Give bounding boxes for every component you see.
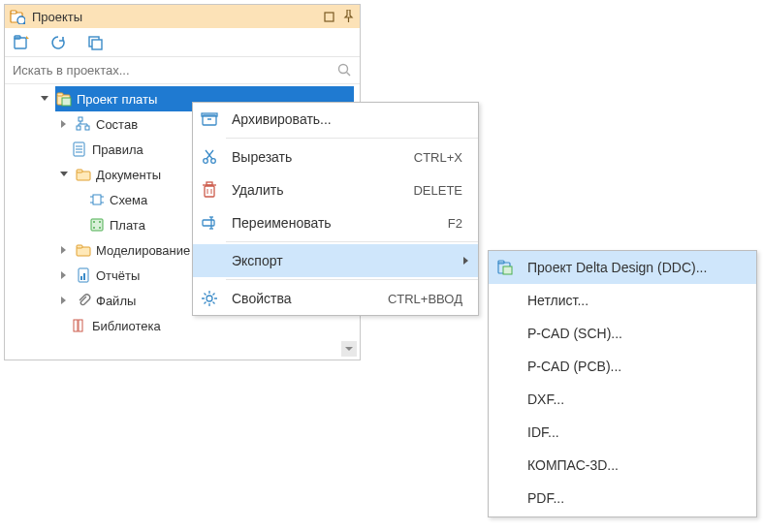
menu-item-properties[interactable]: Свойства CTRL+ВВОД: [193, 282, 478, 315]
refresh-button[interactable]: [49, 34, 67, 51]
menu-label: КОМПАС-3D...: [522, 457, 756, 473]
search-icon[interactable]: [337, 63, 352, 78]
caret-right-icon[interactable]: [57, 268, 71, 282]
context-menu: Архивировать... Вырезать CTRL+X Удалить …: [192, 102, 479, 316]
scroll-down-button[interactable]: [341, 341, 357, 357]
export-item-pdf[interactable]: PDF...: [489, 482, 756, 515]
svg-rect-49: [207, 182, 212, 185]
caret-right-icon[interactable]: [57, 117, 71, 131]
export-item-pcad-pcb[interactable]: P-CAD (PCB)...: [489, 350, 756, 383]
folder-icon: [75, 241, 92, 259]
menu-label: Нетлист...: [522, 293, 756, 308]
menu-label: PDF...: [522, 490, 756, 506]
menu-item-delete[interactable]: Удалить DELETE: [193, 173, 478, 206]
tree-item-library[interactable]: Библиотека: [5, 313, 360, 338]
caret-down-icon[interactable]: [38, 92, 51, 106]
export-item-ddc[interactable]: Проект Delta Design (DDC)...: [489, 251, 756, 284]
menu-item-rename[interactable]: Переименовать F2: [193, 206, 478, 239]
maximize-button[interactable]: [321, 9, 336, 24]
svg-rect-1: [11, 11, 16, 14]
board-icon: [88, 216, 106, 234]
export-item-idf[interactable]: IDF...: [489, 416, 756, 449]
panel-icon: [9, 8, 26, 25]
menu-label: DXF...: [522, 391, 756, 407]
gear-icon: [201, 290, 218, 307]
svg-rect-16: [85, 126, 89, 130]
composition-icon: [75, 115, 92, 133]
svg-rect-15: [77, 126, 80, 130]
pin-button[interactable]: [340, 9, 356, 24]
menu-label: Экспорт: [226, 253, 478, 268]
menu-item-export[interactable]: Экспорт: [193, 244, 478, 277]
caret-right-icon[interactable]: [57, 243, 71, 257]
svg-rect-38: [74, 320, 78, 331]
menu-label: Архивировать...: [226, 111, 478, 127]
menu-separator: [226, 279, 478, 280]
export-item-kompas[interactable]: КОМПАС-3D...: [489, 449, 756, 482]
menu-shortcut: CTRL+ВВОД: [388, 292, 478, 306]
svg-rect-37: [83, 273, 85, 280]
caret-right-icon[interactable]: [57, 294, 71, 307]
menu-label: Свойства: [226, 291, 388, 306]
svg-rect-50: [203, 220, 214, 226]
svg-point-44: [211, 159, 216, 164]
svg-rect-14: [79, 117, 82, 121]
svg-point-29: [93, 221, 95, 223]
tree-label: Правила: [92, 142, 143, 157]
menu-label: IDF...: [522, 424, 756, 440]
tree-label: Проект платы: [73, 92, 157, 107]
svg-rect-45: [205, 186, 214, 197]
svg-line-3: [24, 23, 26, 25]
search-row: [5, 57, 360, 84]
svg-rect-23: [93, 195, 101, 204]
tree-label: Моделирование: [96, 243, 190, 258]
export-item-dxf[interactable]: DXF...: [489, 383, 756, 416]
report-icon: [75, 266, 92, 284]
panel-toolbar: [5, 28, 360, 57]
tree-label: Плата: [110, 218, 145, 233]
attachment-icon: [75, 292, 92, 309]
svg-rect-4: [325, 13, 334, 21]
svg-point-43: [204, 159, 208, 164]
rules-icon: [71, 141, 88, 158]
schematic-icon: [88, 191, 106, 208]
trash-icon: [201, 181, 218, 199]
svg-rect-8: [92, 40, 102, 49]
svg-point-9: [339, 65, 348, 74]
menu-item-archive[interactable]: Архивировать...: [193, 103, 478, 136]
menu-label: Вырезать: [226, 149, 414, 165]
folder-icon: [75, 166, 92, 183]
export-submenu: Проект Delta Design (DDC)... Нетлист... …: [488, 250, 757, 517]
svg-rect-12: [57, 93, 63, 96]
caret-down-icon[interactable]: [57, 168, 71, 181]
menu-shortcut: F2: [448, 216, 478, 231]
panel-header: Проекты: [5, 5, 360, 28]
menu-separator: [226, 138, 478, 139]
svg-rect-22: [77, 170, 82, 172]
cut-icon: [201, 148, 218, 166]
svg-rect-36: [80, 276, 82, 280]
tree-label: Документы: [96, 168, 161, 182]
svg-point-54: [207, 296, 212, 301]
archive-icon: [201, 110, 218, 128]
export-item-pcad-sch[interactable]: P-CAD (SCH)...: [489, 317, 756, 350]
svg-point-32: [99, 227, 101, 229]
menu-shortcut: DELETE: [413, 183, 478, 198]
svg-rect-28: [91, 219, 103, 231]
menu-item-cut[interactable]: Вырезать CTRL+X: [193, 141, 478, 173]
rename-icon: [201, 214, 218, 232]
search-input[interactable]: [13, 63, 337, 78]
tree-label: Файлы: [96, 294, 136, 308]
menu-label: P-CAD (SCH)...: [522, 326, 756, 341]
tree-label: Библиотека: [92, 319, 161, 333]
menu-shortcut: CTRL+X: [414, 150, 478, 165]
svg-rect-39: [79, 320, 82, 331]
menu-label: Проект Delta Design (DDC)...: [522, 260, 756, 275]
svg-point-30: [99, 221, 101, 223]
tree-label: Схема: [110, 193, 147, 207]
menu-label: Удалить: [226, 182, 413, 198]
export-item-netlist[interactable]: Нетлист...: [489, 284, 756, 317]
collapse-all-button[interactable]: [86, 34, 104, 51]
svg-rect-34: [77, 245, 82, 248]
new-project-button[interactable]: [13, 34, 30, 51]
